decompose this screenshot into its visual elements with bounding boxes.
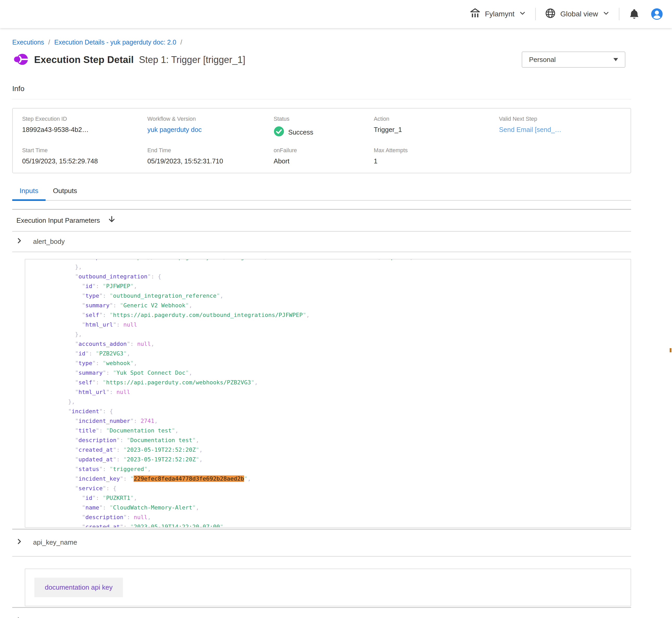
info-card: Step Execution ID 18992a43-9538-4b2… Wor…	[12, 108, 631, 173]
execution-input-parameters-header: Execution Input Parameters	[12, 210, 631, 232]
field-valid-next-step: Valid Next Step Send Email [send_…	[499, 116, 621, 138]
field-step-execution-id: Step Execution ID 18992a43-9538-4b2…	[22, 116, 148, 138]
scope-select[interactable]: Personal	[522, 51, 625, 68]
breadcrumb-link-execution-details[interactable]: Execution Details - yuk pagerduty doc: 2…	[54, 38, 176, 46]
param-row-alert-body[interactable]: alert_body	[12, 232, 631, 252]
api-key-name-value-box: documentation api key	[25, 569, 631, 606]
field-label: Workflow & Version	[148, 116, 274, 122]
field-label: End Time	[148, 147, 274, 154]
view-switcher[interactable]: Global view	[544, 8, 610, 21]
field-label: onFailure	[273, 147, 374, 154]
download-arrow-icon[interactable]	[107, 215, 116, 226]
param-row-api-key-name[interactable]: api_key_name	[12, 529, 631, 556]
topbar-divider	[535, 8, 536, 20]
field-value: 18992a43-9538-4b2…	[22, 126, 148, 133]
page-title: Execution Step Detail	[34, 55, 134, 65]
field-value: Abort	[273, 158, 374, 165]
topbar: Fylamynt Global view	[0, 0, 672, 28]
tab-inputs[interactable]: Inputs	[12, 187, 46, 200]
field-value: 05/19/2023, 15:52:29.748	[22, 158, 148, 165]
field-max-attempts: Max Attempts 1	[374, 147, 499, 165]
org-name-label: Fylamynt	[485, 10, 515, 18]
field-workflow-version: Workflow & Version yuk pagerduty doc	[148, 116, 274, 138]
field-value: 1	[374, 158, 499, 165]
field-label: Max Attempts	[374, 147, 499, 154]
chevron-down-icon	[519, 9, 526, 19]
code-lines: "endpoint": "https://events.pagerduty.co…	[25, 259, 631, 528]
user-avatar[interactable]	[651, 8, 663, 20]
breadcrumb: Executions / Execution Details - yuk pag…	[12, 38, 631, 46]
param-name-label: api_key_name	[33, 538, 77, 546]
info-section-heading: Info	[12, 85, 631, 99]
page-header: Execution Step Detail Step 1: Trigger [t…	[12, 51, 631, 69]
alert-body-json-viewer[interactable]: "endpoint": "https://events.pagerduty.co…	[25, 259, 631, 528]
scope-select-value: Personal	[529, 56, 556, 64]
execution-input-parameters-label: Execution Input Parameters	[16, 216, 100, 225]
notifications-bell-icon[interactable]	[628, 8, 640, 20]
field-status: Status Success	[273, 116, 374, 138]
field-label: Action	[374, 116, 499, 122]
status-text: Success	[288, 128, 313, 136]
topbar-divider	[619, 8, 619, 20]
tab-outputs[interactable]: Outputs	[46, 187, 84, 200]
field-on-failure: onFailure Abort	[273, 147, 374, 165]
field-start-time: Start Time 05/19/2023, 15:52:29.748	[22, 147, 148, 165]
view-name-label: Global view	[560, 10, 598, 18]
chevron-down-icon	[602, 9, 610, 19]
next-step-link[interactable]: Send Email [send_…	[499, 126, 621, 133]
success-check-icon	[273, 126, 284, 138]
field-value: 05/19/2023, 15:52:31.710	[148, 158, 274, 165]
status-badge: Success	[273, 126, 374, 138]
scrollbar-find-match-marker	[670, 348, 671, 352]
field-label: Valid Next Step	[499, 116, 621, 122]
breadcrumb-separator: /	[48, 38, 50, 46]
workflow-link[interactable]: yuk pagerduty doc	[148, 126, 274, 133]
org-switcher[interactable]: Fylamynt	[469, 8, 527, 21]
workflow-logo-icon	[12, 51, 28, 69]
field-value: Trigger_1	[374, 126, 499, 133]
inputs-outputs-tabs: Inputs Outputs	[12, 187, 631, 201]
chevron-right-icon	[16, 538, 23, 547]
globe-icon	[544, 8, 556, 21]
chevron-right-icon	[16, 617, 23, 618]
param-name-label: api_key_value	[33, 617, 76, 618]
field-label: Start Time	[22, 147, 148, 154]
breadcrumb-link-executions[interactable]: Executions	[12, 38, 44, 46]
organization-icon	[469, 8, 481, 21]
field-end-time: End Time 05/19/2023, 15:52:31.710	[148, 147, 274, 165]
param-name-label: alert_body	[33, 237, 65, 246]
chevron-right-icon	[16, 237, 23, 246]
api-key-name-chip: documentation api key	[34, 578, 123, 597]
main-content: Executions / Execution Details - yuk pag…	[0, 38, 672, 618]
param-row-api-key-value[interactable]: api_key_value	[12, 608, 631, 618]
field-label: Step Execution ID	[22, 116, 148, 122]
page-subtitle: Step 1: Trigger [trigger_1]	[139, 55, 245, 65]
field-label: Status	[273, 116, 374, 122]
field-action: Action Trigger_1	[374, 116, 499, 138]
breadcrumb-separator: /	[180, 38, 182, 46]
caret-down-icon	[613, 58, 618, 61]
